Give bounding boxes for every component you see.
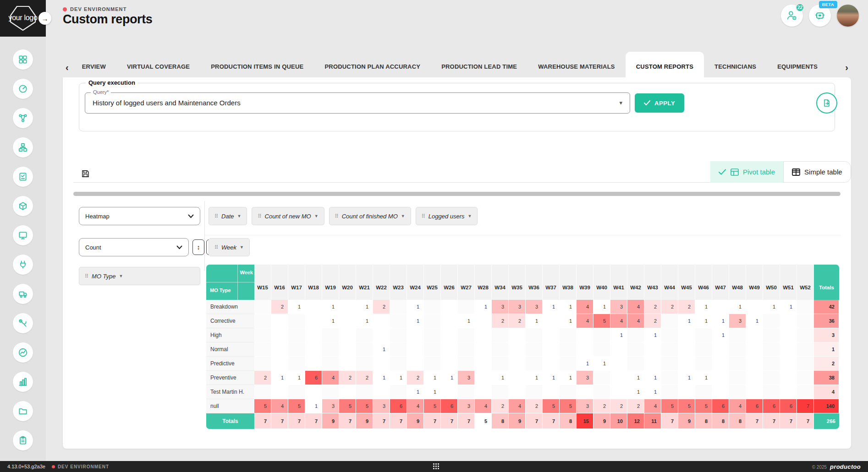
attribute-label: Count of new MO [265,213,311,220]
export-button[interactable] [816,92,837,114]
pivot-cell: 1 [407,314,424,328]
pivot-cell: 1 [441,371,458,385]
pivot-col-header: W16 [271,265,288,300]
sidebar-item-logistics[interactable] [13,284,33,304]
app-grid-button[interactable] [433,463,439,470]
pivot-cell [373,328,390,342]
pivot-col-header: W37 [543,265,560,300]
sidebar-item-checklist[interactable] [13,167,33,187]
pivot-col-total: 9 [322,413,339,429]
tabs-scroll-left-chevron-icon[interactable]: ‹ [63,63,71,77]
pivot-cell: 6 [780,399,797,413]
user-gear-icon [786,10,798,22]
renderer-select[interactable]: Heatmap [79,207,200,225]
tabs-scroll-right-chevron-icon[interactable]: › [842,63,851,77]
env-label: DEV ENVIRONMENT [70,6,126,12]
sidebar-item-package[interactable] [13,196,33,216]
pivot-cell: 5 [560,399,577,413]
sidebar-item-modules[interactable] [13,137,33,157]
pivot-row-label: Normal [206,342,254,357]
pivot-col-header: W22 [373,265,390,300]
pivot-col-header: W28 [475,265,492,300]
pivot-cell [712,357,729,371]
dropzone-divider [205,235,841,235]
pivot-table-toggle[interactable]: Pivot table [710,161,783,183]
pivot-row-total: 3 [814,328,839,342]
tab-production-items-in-queue[interactable]: PRODUCTION ITEMS IN QUEUE [200,52,314,77]
tab-erview[interactable]: ERVIEW [71,52,116,77]
tools-icon [18,318,28,328]
pivot-col-total: 7 [288,413,305,429]
horizontal-scrollbar[interactable] [73,192,841,196]
aggregator-select[interactable]: Count [79,238,189,256]
pivot-cell [271,342,288,357]
statusbar-environment: DEV ENVIRONMENT [52,464,109,469]
workflow-icon [18,113,28,123]
sidebar-item-tools[interactable] [13,313,33,333]
attribute-chip-week[interactable]: ⠿Week▼ [209,238,250,256]
pivot-col-total: 8 [560,413,577,429]
pivot-col-total: 11 [644,413,661,429]
attribute-chip-count-of-new-mo[interactable]: ⠿Count of new MO▼ [252,207,324,225]
pivot-cell: 2 [644,300,661,314]
pivot-cell: 1 [610,328,627,342]
tab-equipments[interactable]: EQUIPMENTS [767,52,828,77]
pivot-cell: 1 [475,300,492,314]
sidebar-item-dashboard[interactable] [13,49,33,70]
pivot-cell [560,342,577,357]
save-report-button[interactable] [77,165,94,182]
pivot-row-total: 140 [814,399,839,413]
pivot-cell: 1 [543,300,560,314]
tab-production-plan-accuracy[interactable]: PRODUCTION PLAN ACCURACY [314,52,431,77]
pivot-cell [543,314,560,328]
pivot-cell [441,342,458,357]
pivot-col-header: W21 [356,265,373,300]
simple-table-toggle[interactable]: Simple table [783,161,851,183]
pivot-cell [610,385,627,399]
sidebar-item-plug[interactable] [13,255,33,275]
pivot-col-header: W18 [305,265,322,300]
query-select[interactable]: Query* History of logged users and Maint… [85,92,630,114]
attribute-chip-logged-users[interactable]: ⠿Logged users▼ [416,207,478,225]
pivot-cell [339,314,356,328]
table-view-toggle: Pivot table Simple table [710,161,851,183]
sidebar-item-gauge[interactable] [13,79,33,99]
sidebar-item-folder[interactable] [13,401,33,421]
attribute-chip-count-of-finished-mo[interactable]: ⠿Count of finished MO▼ [329,207,411,225]
sidebar-item-trend-chart[interactable] [13,342,33,363]
pivot-cell [441,357,458,371]
pivot-cell [390,300,407,314]
column-attributes-zone: ⠿Week▼ [209,238,250,256]
chevron-down-icon: ▼ [240,245,244,250]
tab-warehouse-materials[interactable]: WAREHOUSE MATERIALS [527,52,626,77]
attribute-chip-date[interactable]: ⠿Date▼ [209,207,247,225]
pivot-cell [322,357,339,371]
tab-custom-reports[interactable]: CUSTOM REPORTS [626,52,704,77]
sidebar-item-workflow[interactable] [13,108,33,128]
tab-production-lead-time[interactable]: PRODUCTION LEAD TIME [431,52,527,77]
pivot-col-header: W47 [712,265,729,300]
assistant-button[interactable]: BETA [809,5,831,27]
custom-reports-panel: Query execution Query* History of logged… [63,77,851,449]
user-management-button[interactable]: 22 [781,5,803,27]
tab-technicians[interactable]: TECHNICIANS [704,52,767,77]
plug-icon [18,260,28,270]
pivot-cell [560,328,577,342]
pivot-col-header: W38 [560,265,577,300]
pivot-cell [763,314,780,328]
sidebar-item-clipboard[interactable] [13,430,33,450]
pivot-cell [712,385,729,399]
apply-button[interactable]: APPLY [635,93,684,113]
pivot-cell: 1 [458,314,475,328]
tab-virtual-coverage[interactable]: VIRTUAL COVERAGE [116,52,200,77]
row-order-button[interactable]: ↕ [192,239,204,255]
sidebar-expand-button[interactable]: → [38,12,51,25]
sidebar-item-terminal[interactable] [13,225,33,245]
user-avatar[interactable] [837,5,859,27]
pivot-cell: 1 [695,371,712,385]
pivot-cell: 1 [712,328,729,342]
pivot-cell [322,342,339,357]
attribute-chip-mo-type[interactable]: ⠿MO Type▼ [79,267,200,285]
sidebar-item-bar-chart[interactable] [13,372,33,392]
pivot-cell [678,342,695,357]
